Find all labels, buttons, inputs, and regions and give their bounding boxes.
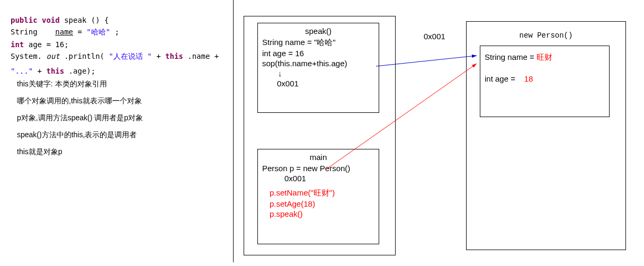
main-red2: p.setAge(18) [270, 199, 374, 208]
code-line-string: String name = "哈哈" ; [11, 28, 222, 37]
main-addr: 0x001 [284, 174, 374, 183]
comment-2: 哪个对象调用的,this就表示哪一个对象 [17, 96, 222, 106]
person-object: String name = 旺财 int age = 18 [480, 46, 610, 117]
main-red1: p.setName("旺财") [270, 188, 374, 198]
code-line-println: System. out .println( "人在说话 " + this .na… [11, 52, 222, 61]
person-name: String name = 旺财 [485, 52, 605, 63]
main-frame: main Person p = new Person() 0x001 p.set… [257, 149, 379, 244]
main-line1: Person p = new Person() [262, 164, 374, 173]
code-line-println2: "..." + this .age); [11, 67, 222, 75]
person-age: int age = 18 [485, 74, 605, 83]
code-signature: public void speak () { [11, 16, 222, 24]
speak-addr: 0x001 [277, 79, 374, 88]
speak-line2: int age = 16 [262, 49, 374, 58]
comment-3: p对象,调用方法speak() 调用者是p对象 [17, 113, 222, 123]
heap-title: new Person() [467, 31, 625, 40]
method-parens: () { [91, 16, 109, 24]
comment-1: this关键字: 本类的对象引用 [17, 79, 222, 89]
down-arrow-icon: ↓ [262, 69, 374, 78]
code-panel: public void speak () { String name = "哈哈… [11, 16, 222, 164]
stack-frame: speak() String name = "哈哈" int age = 16 … [244, 16, 396, 255]
kw-void: void [42, 16, 60, 24]
main-red3: p.speak() [270, 209, 374, 218]
comment-4: speak()方法中的this,表示的是调用者 [17, 130, 222, 140]
vertical-divider [233, 0, 234, 262]
kw-public: public [11, 16, 38, 24]
heap-address: 0x001 [424, 32, 445, 41]
method-name: speak [64, 16, 86, 24]
main-title: main [262, 153, 374, 162]
comment-5: this就是对象p [17, 147, 222, 157]
code-line-int: int age = 16; [11, 40, 222, 49]
heap-frame: new Person() String name = 旺财 int age = … [466, 21, 626, 250]
speak-line3: sop(this.name+this.age) [262, 59, 374, 68]
speak-title: speak() [262, 26, 374, 36]
speak-line1: String name = "哈哈" [262, 38, 374, 48]
speak-frame: speak() String name = "哈哈" int age = 16 … [257, 23, 379, 113]
